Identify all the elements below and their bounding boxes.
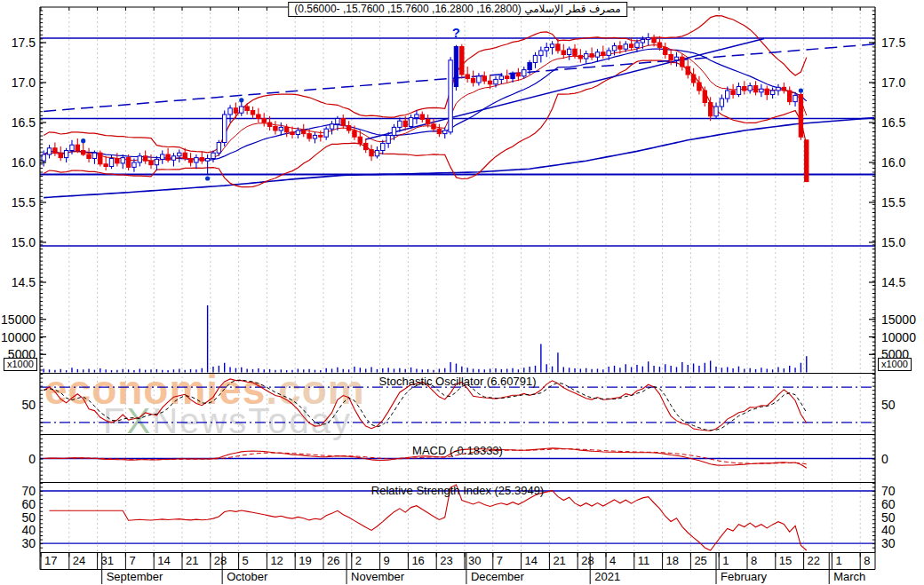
svg-text:16.0: 16.0 (12, 155, 36, 170)
svg-text:22: 22 (808, 554, 820, 567)
svg-text:11: 11 (638, 554, 650, 567)
svg-text:14.5: 14.5 (881, 275, 905, 289)
stochastic-panel-label: Stochastic Oscillator (6.60791) (378, 375, 536, 388)
svg-text:16.0: 16.0 (881, 155, 905, 170)
svg-text:4: 4 (609, 554, 616, 567)
svg-text:14: 14 (525, 554, 538, 567)
svg-text:10000: 10000 (1, 330, 36, 344)
svg-text:40: 40 (21, 523, 36, 537)
svg-text:17.5: 17.5 (881, 36, 905, 50)
svg-text:30: 30 (881, 536, 896, 550)
svg-text:7: 7 (129, 554, 135, 567)
svg-text:50: 50 (881, 398, 896, 412)
svg-text:18: 18 (666, 554, 679, 567)
instrument-ohlc-title: مصرف قطر الإسلامي (16.2800, 16.2800, 15.… (288, 2, 627, 17)
svg-text:15000: 15000 (881, 312, 916, 327)
svg-text:December: December (471, 570, 525, 583)
svg-text:28: 28 (214, 554, 227, 567)
svg-text:1: 1 (835, 554, 841, 567)
svg-text:50: 50 (21, 398, 36, 412)
svg-text:2: 2 (355, 554, 362, 567)
svg-text:12: 12 (270, 554, 283, 567)
svg-text:31: 31 (101, 554, 114, 567)
svg-text:5: 5 (243, 554, 249, 567)
svg-text:16.5: 16.5 (12, 115, 36, 130)
svg-text:70: 70 (21, 484, 36, 498)
svg-text:30: 30 (21, 536, 36, 550)
svg-text:17.0: 17.0 (881, 75, 905, 90)
svg-text:15.5: 15.5 (12, 195, 36, 209)
svg-text:28: 28 (581, 554, 593, 567)
svg-text:60: 60 (21, 497, 36, 511)
volume-unit-right: x1000 (878, 358, 912, 371)
svg-text:February: February (721, 570, 768, 583)
svg-text:November: November (351, 570, 405, 583)
svg-text:March: March (833, 570, 865, 583)
svg-text:8: 8 (751, 554, 757, 567)
svg-text:17: 17 (44, 554, 57, 567)
chart-window: economies.com FXNewsToday ?17.517.517.01… (0, 0, 924, 585)
svg-text:40: 40 (881, 523, 896, 537)
svg-text:1: 1 (722, 554, 729, 567)
svg-text:15.5: 15.5 (881, 195, 905, 209)
svg-text:17.5: 17.5 (12, 36, 36, 50)
svg-text:9: 9 (384, 554, 390, 567)
svg-text:15.0: 15.0 (12, 235, 36, 249)
svg-text:16: 16 (411, 554, 424, 567)
svg-text:24: 24 (73, 554, 85, 567)
svg-text:8: 8 (864, 554, 870, 567)
svg-text:2021: 2021 (594, 570, 620, 583)
svg-text:15.0: 15.0 (881, 235, 905, 249)
svg-text:0: 0 (881, 452, 888, 466)
svg-text:70: 70 (881, 484, 896, 498)
svg-text:September: September (107, 570, 163, 583)
volume-unit-left: x1000 (4, 358, 37, 371)
macd-panel-label: MACD (-0.18333) (412, 444, 503, 457)
svg-text:21: 21 (553, 554, 565, 567)
svg-text:50: 50 (881, 510, 896, 525)
chart-canvas[interactable]: ?17.517.517.017.016.516.516.016.015.515.… (0, 0, 924, 585)
svg-text:0: 0 (28, 452, 36, 466)
rsi-panel-label: Relative Strength Index (25.3949) (371, 484, 544, 497)
svg-text:15000: 15000 (1, 312, 36, 327)
svg-text:25: 25 (694, 554, 706, 567)
svg-text:26: 26 (327, 554, 339, 567)
svg-text:14: 14 (157, 554, 170, 567)
svg-text:23: 23 (440, 554, 452, 567)
svg-text:15: 15 (779, 554, 792, 567)
svg-text:16.5: 16.5 (881, 115, 905, 130)
svg-text:21: 21 (186, 554, 198, 567)
svg-text:10000: 10000 (881, 330, 916, 344)
svg-text:October: October (227, 570, 268, 583)
svg-text:14.5: 14.5 (12, 275, 36, 289)
svg-text:17.0: 17.0 (12, 75, 36, 90)
svg-text:19: 19 (299, 554, 311, 567)
svg-text:60: 60 (881, 497, 896, 511)
svg-text:50: 50 (21, 510, 36, 525)
svg-text:30: 30 (468, 554, 481, 567)
svg-text:7: 7 (497, 554, 503, 567)
svg-text:?: ? (452, 25, 460, 40)
